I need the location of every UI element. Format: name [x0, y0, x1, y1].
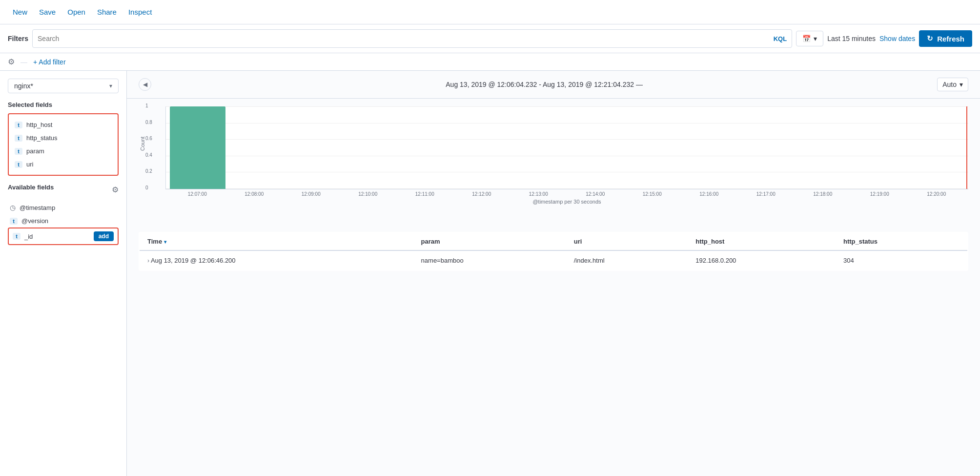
x-label-6: 12:12:00	[454, 191, 510, 197]
add-field-button[interactable]: add	[94, 231, 114, 241]
x-label-5: 12:11:00	[397, 191, 453, 197]
field-item-http-status[interactable]: t http_status	[13, 131, 114, 145]
available-field-timestamp[interactable]: ◷ @timestamp	[8, 201, 119, 214]
y-tick-04: 0.4	[145, 152, 152, 158]
x-label-7: 12:13:00	[510, 191, 567, 197]
calendar-icon: 📅	[802, 35, 811, 42]
x-label-4: 12:10:00	[340, 191, 396, 197]
sidebar: nginx* ▾ Selected fields t http_host t h…	[0, 71, 127, 476]
inspect-link[interactable]: Inspect	[123, 5, 157, 19]
available-fields-gear-icon[interactable]: ⚙	[112, 185, 119, 194]
y-tick-06: 0.6	[145, 136, 152, 141]
refresh-label: Refresh	[937, 35, 964, 43]
add-filter-button[interactable]: + Add filter	[33, 58, 66, 66]
separator: —	[20, 58, 27, 66]
x-label-12: 12:18:00	[795, 191, 851, 197]
x-label-11: 12:17:00	[738, 191, 794, 197]
x-axis-title: @timestamp per 30 seconds	[165, 199, 968, 205]
cell-http-host: 192.168.0.200	[688, 250, 836, 270]
available-field-version[interactable]: t @version	[8, 214, 119, 228]
field-item-uri[interactable]: t uri	[13, 158, 114, 171]
col-time[interactable]: Time ▾	[139, 232, 413, 250]
search-input[interactable]	[38, 35, 774, 42]
selected-fields-title: Selected fields	[8, 101, 119, 108]
y-tick-02: 0.2	[145, 168, 152, 174]
filters-label: Filters	[8, 35, 28, 42]
x-axis-labels: 12:07:00 12:08:00 12:09:00 12:10:00 12:1…	[165, 191, 968, 197]
x-label-1: 12:07:00	[169, 191, 225, 197]
field-type-badge: t	[15, 122, 22, 128]
index-chevron-icon: ▾	[109, 83, 112, 89]
search-input-wrapper[interactable]: KQL	[32, 29, 792, 48]
field-type-badge: t	[15, 135, 22, 142]
current-time-line	[966, 106, 967, 189]
x-label-13: 12:19:00	[852, 191, 908, 197]
show-dates-button[interactable]: Show dates	[879, 35, 915, 42]
table-area: Time ▾ param uri http_host	[127, 224, 980, 279]
refresh-icon: ↻	[927, 34, 933, 43]
field-name: http_host	[26, 121, 53, 128]
chart-time-range: Aug 13, 2019 @ 12:06:04.232 - Aug 13, 20…	[446, 81, 643, 88]
http-status-col-label: http_status	[843, 238, 878, 245]
field-item-param[interactable]: t param	[13, 145, 114, 158]
available-fields-header: Available fields ⚙	[8, 184, 119, 196]
calendar-chevron: ▾	[814, 35, 817, 42]
chart-header: ◀ Aug 13, 2019 @ 12:06:04.232 - Aug 13, …	[127, 71, 980, 99]
index-selector[interactable]: nginx* ▾	[8, 79, 119, 93]
field-name: param	[26, 147, 44, 155]
cell-param: name=bamboo	[413, 250, 566, 270]
sort-icon: ▾	[164, 239, 166, 245]
x-label-8: 12:14:00	[568, 191, 624, 197]
available-fields-title: Available fields	[8, 184, 54, 191]
field-type-badge: t	[15, 161, 22, 168]
auto-chevron-icon: ▾	[960, 81, 963, 88]
field-type-badge: t	[10, 218, 18, 225]
param-col-label: param	[421, 238, 440, 245]
auto-selector[interactable]: Auto ▾	[937, 78, 968, 91]
chart-container: Count 1 0.8 0.6	[127, 99, 980, 224]
col-uri[interactable]: uri	[566, 232, 688, 250]
col-http-host[interactable]: http_host	[688, 232, 836, 250]
cell-http-status: 304	[836, 250, 968, 270]
gear-icon[interactable]: ⚙	[8, 57, 15, 66]
share-link[interactable]: Share	[92, 5, 122, 19]
field-name: uri	[26, 161, 33, 168]
time-range-label: Last 15 minutes	[827, 35, 876, 42]
search-bar: Filters KQL 📅 ▾ Last 15 minutes Show dat…	[0, 24, 980, 53]
time-col-label: Time	[147, 238, 162, 245]
x-label-10: 12:16:00	[681, 191, 737, 197]
filter-row: ⚙ — + Add filter	[0, 53, 980, 71]
new-link[interactable]: New	[8, 5, 32, 19]
col-param[interactable]: param	[413, 232, 566, 250]
kql-badge[interactable]: KQL	[774, 35, 787, 42]
content-area: ◀ Aug 13, 2019 @ 12:06:04.232 - Aug 13, …	[127, 71, 980, 476]
table-row: › Aug 13, 2019 @ 12:06:46.200 name=bambo…	[139, 250, 968, 270]
bar-1	[170, 106, 225, 189]
collapse-chart-button[interactable]: ◀	[139, 78, 151, 91]
x-label-14: 12:20:00	[909, 191, 965, 197]
field-name: @timestamp	[20, 204, 55, 211]
field-type-badge: t	[15, 148, 22, 155]
save-link[interactable]: Save	[34, 5, 61, 19]
calendar-button[interactable]: 📅 ▾	[796, 31, 823, 46]
cell-time: › Aug 13, 2019 @ 12:06:46.200	[139, 250, 413, 270]
auto-label: Auto	[942, 81, 957, 88]
y-axis-label: Count	[140, 137, 145, 151]
y-tick-08: 0.8	[145, 120, 152, 125]
clock-icon: ◷	[10, 204, 16, 211]
main-layout: nginx* ▾ Selected fields t http_host t h…	[0, 71, 980, 476]
field-item-http-host[interactable]: t http_host	[13, 118, 114, 131]
col-http-status[interactable]: http_status	[836, 232, 968, 250]
refresh-button[interactable]: ↻ Refresh	[919, 30, 972, 47]
available-field-id[interactable]: t _id add	[8, 228, 119, 245]
x-label-2: 12:08:00	[226, 191, 283, 197]
open-link[interactable]: Open	[62, 5, 90, 19]
y-tick-1: 1	[145, 103, 148, 108]
field-name: _id	[24, 233, 33, 240]
expand-row-button[interactable]: ›	[147, 257, 149, 264]
field-name: http_status	[26, 134, 58, 142]
y-tick-0: 0	[145, 185, 148, 190]
cell-uri: /index.html	[566, 250, 688, 270]
x-label-9: 12:15:00	[624, 191, 680, 197]
field-name: @version	[21, 217, 48, 225]
